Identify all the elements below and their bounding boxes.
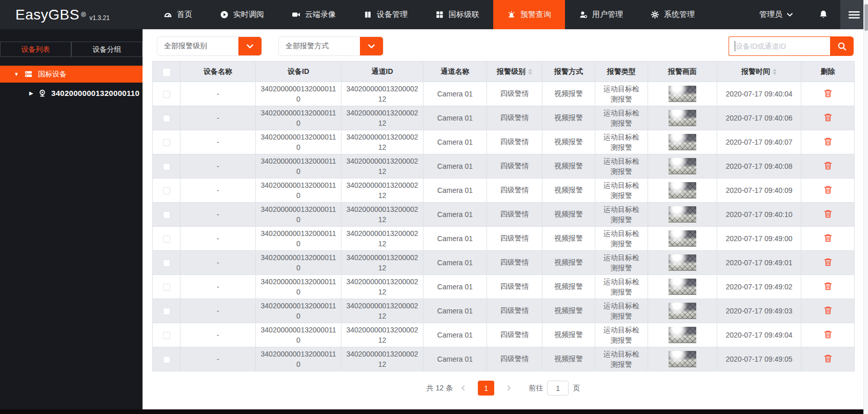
channel-id-value: 34020000001320000212 xyxy=(346,132,419,152)
row-checkbox[interactable] xyxy=(163,91,170,98)
alarm-method-select[interactable]: 全部报警方式 xyxy=(278,36,383,56)
search-button[interactable] xyxy=(830,36,854,56)
cell-alarm-time: 2020-07-17 09:40:04 xyxy=(717,82,801,106)
row-checkbox[interactable] xyxy=(163,115,170,122)
alarm-time-value: 2020-07-17 09:49:00 xyxy=(726,234,793,243)
admin-label: 管理员 xyxy=(759,10,782,19)
nav-item-system-manage[interactable]: 系统管理 xyxy=(637,0,709,29)
alarm-method-value: 视频报警 xyxy=(554,330,583,339)
delete-button[interactable] xyxy=(824,89,832,100)
tree-group-gb-devices[interactable]: ▼ 国标设备 xyxy=(0,66,143,83)
row-checkbox[interactable] xyxy=(163,260,170,267)
cell-alarm-image xyxy=(648,275,717,299)
row-checkbox[interactable] xyxy=(163,284,170,291)
cell-device-name: - xyxy=(180,275,256,299)
alarm-thumbnail[interactable] xyxy=(669,86,696,102)
delete-button[interactable] xyxy=(824,233,832,244)
alarm-thumbnail[interactable] xyxy=(669,110,696,126)
alarm-thumbnail[interactable] xyxy=(669,230,696,247)
device-id-value: 34020000001320000110 xyxy=(260,84,337,104)
search-input[interactable] xyxy=(729,36,830,56)
tab-device-group[interactable]: 设备分组 xyxy=(71,42,143,57)
cell-alarm-image xyxy=(648,323,717,347)
nav-item-live-view[interactable]: 实时调阅 xyxy=(206,0,278,29)
alarm-thumbnail[interactable] xyxy=(669,134,696,150)
table-row: - 34020000001320000110 34020000001320000… xyxy=(153,203,855,227)
goto-page-input[interactable] xyxy=(547,381,569,396)
page-1-button[interactable]: 1 xyxy=(478,381,494,396)
nav-item-alarm-query[interactable]: 预警查询 xyxy=(493,0,565,29)
prev-page-button[interactable] xyxy=(460,385,466,391)
select-all-checkbox[interactable] xyxy=(163,69,170,76)
alarm-level-dropdown-button[interactable] xyxy=(238,37,261,55)
nav-item-home[interactable]: 首页 xyxy=(150,0,206,29)
delete-button[interactable] xyxy=(824,282,832,292)
cell-alarm-image xyxy=(648,106,717,130)
delete-button[interactable] xyxy=(824,137,832,148)
nav-item-device-manage[interactable]: 设备管理 xyxy=(350,0,421,29)
alarm-method-dropdown-button[interactable] xyxy=(360,37,383,55)
cell-alarm-type: 运动目标检测报警 xyxy=(595,275,648,299)
alarm-thumbnail[interactable] xyxy=(669,182,696,199)
bottom-bar xyxy=(0,409,868,414)
alarm-time-value: 2020-07-17 09:40:04 xyxy=(726,90,793,98)
delete-button[interactable] xyxy=(824,209,832,220)
delete-button[interactable] xyxy=(824,306,832,317)
cell-device-id: 34020000001320000110 xyxy=(256,227,341,251)
alarm-method-value: 视频报警 xyxy=(554,258,583,266)
delete-button[interactable] xyxy=(824,258,832,268)
tree-device-item[interactable]: ▶ 34020000001320000110 xyxy=(0,83,143,103)
row-checkbox[interactable] xyxy=(163,356,170,363)
row-checkbox[interactable] xyxy=(163,332,170,339)
scrollbar-thumb[interactable] xyxy=(864,4,868,31)
delete-button[interactable] xyxy=(824,113,832,124)
row-checkbox[interactable] xyxy=(163,308,170,315)
header-delete: 删除 xyxy=(801,62,855,82)
admin-dropdown[interactable]: 管理员 xyxy=(746,0,806,29)
next-page-button[interactable] xyxy=(506,385,512,391)
cell-alarm-image xyxy=(648,82,717,106)
cell-checkbox xyxy=(153,154,180,179)
nav-item-cloud-record[interactable]: 云端录像 xyxy=(278,0,350,29)
row-checkbox[interactable] xyxy=(163,187,170,194)
alarm-type-value: 运动目标检测报警 xyxy=(603,350,639,368)
channel-id-value: 34020000001320000212 xyxy=(346,108,419,128)
nav-item-user-manage[interactable]: 用户管理 xyxy=(565,0,637,29)
cell-alarm-type: 运动目标检测报警 xyxy=(595,203,648,227)
trash-icon xyxy=(824,113,832,122)
row-checkbox[interactable] xyxy=(163,235,170,243)
alarm-type-value: 运动目标检测报警 xyxy=(603,302,639,320)
delete-button[interactable] xyxy=(824,330,832,341)
page-scrollbar[interactable] xyxy=(863,0,868,414)
device-manage-icon xyxy=(364,10,372,19)
text-cursor xyxy=(735,41,735,51)
nav-item-gb-cascade[interactable]: 国标级联 xyxy=(421,0,493,29)
cell-channel-id: 34020000001320000212 xyxy=(341,251,423,275)
gear-icon xyxy=(651,10,659,19)
header-alarm-method: 报警方式 xyxy=(542,62,595,82)
alarm-time-value: 2020-07-17 09:49:03 xyxy=(726,307,793,315)
row-checkbox[interactable] xyxy=(163,211,170,219)
row-checkbox[interactable] xyxy=(163,139,170,146)
trash-icon xyxy=(824,258,832,267)
alarm-thumbnail[interactable] xyxy=(669,351,696,367)
delete-button[interactable] xyxy=(824,185,832,196)
alarm-thumbnail[interactable] xyxy=(669,206,696,223)
alarm-thumbnail[interactable] xyxy=(669,303,696,319)
alarm-level-select[interactable]: 全部报警级别 xyxy=(157,36,262,56)
channel-id-value: 34020000001320000212 xyxy=(346,180,419,201)
delete-button[interactable] xyxy=(824,354,832,365)
header-alarm-time: 报警时间 xyxy=(717,62,801,82)
alarm-thumbnail[interactable] xyxy=(669,158,696,174)
notifications-button[interactable] xyxy=(806,0,840,29)
sort-icon[interactable] xyxy=(528,69,532,75)
goto-prefix-label: 前往 xyxy=(529,384,543,393)
alarm-thumbnail[interactable] xyxy=(669,327,696,343)
row-checkbox[interactable] xyxy=(163,163,170,170)
sort-icon[interactable] xyxy=(773,69,777,75)
tab-device-list[interactable]: 设备列表 xyxy=(0,42,71,57)
alarm-thumbnail[interactable] xyxy=(669,254,696,271)
device-name-value: - xyxy=(217,307,219,315)
delete-button[interactable] xyxy=(824,161,832,172)
alarm-thumbnail[interactable] xyxy=(669,279,696,295)
